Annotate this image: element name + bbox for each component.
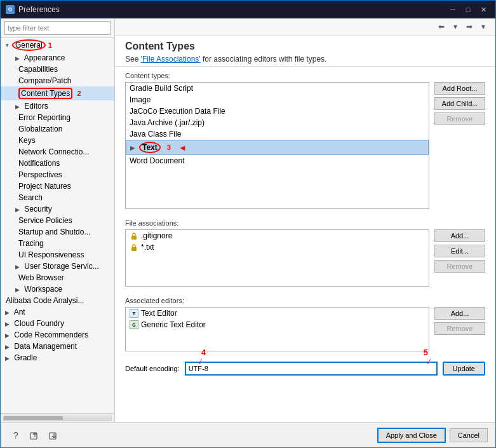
sidebar-item-keys[interactable]: Keys: [1, 135, 114, 146]
window-controls: ─ □ ✕: [446, 4, 490, 15]
sidebar-item-alibaba[interactable]: Alibaba Code Analysi...: [1, 295, 114, 306]
list-item-text-editor[interactable]: T Text Editor: [126, 308, 429, 319]
expand-arrow-security: ▶: [13, 206, 21, 214]
content-header: Content Types See 'File Associations' fo…: [115, 36, 495, 67]
expand-icon-general: ▾: [3, 41, 11, 49]
add-child-button[interactable]: Add Child...: [434, 97, 485, 110]
file-assoc-buttons: Add... Edit... Remove: [434, 229, 485, 292]
list-item-gitignore[interactable]: .gitignore: [126, 230, 429, 241]
window-icon: ⚙: [6, 5, 15, 14]
file-assoc-add-button[interactable]: Add...: [434, 229, 485, 242]
sidebar-item-network-connections[interactable]: Network Connectio...: [1, 146, 114, 158]
title-bar: ⚙ Preferences ─ □ ✕: [1, 1, 495, 18]
sidebar-item-security[interactable]: ▶ Security: [1, 203, 114, 215]
apply-close-button[interactable]: Apply and Close: [377, 428, 446, 443]
desc-text: See: [125, 55, 141, 64]
assoc-editors-list[interactable]: T Text Editor G Generic Text Editor: [125, 307, 429, 351]
sidebar-item-code-recommenders[interactable]: ▶ Code Recommenders: [1, 329, 114, 341]
list-item-word[interactable]: Word Document: [126, 155, 429, 166]
sidebar-item-project-natures[interactable]: Project Natures: [1, 180, 114, 192]
text-editor-icon: T: [130, 309, 138, 318]
update-button[interactable]: Update: [443, 362, 485, 376]
content-types-section-label: Content types:: [125, 72, 485, 79]
sidebar-item-capabilities[interactable]: Capabilities: [1, 64, 114, 75]
sidebar-item-globalization[interactable]: Globalization: [1, 123, 114, 135]
sidebar-hscroll-bar[interactable]: [1, 413, 114, 422]
cancel-button[interactable]: Cancel: [450, 428, 488, 442]
text-editor-label: Text Editor: [141, 309, 177, 318]
assoc-editors-row: T Text Editor G Generic Text Editor Add.…: [125, 307, 485, 356]
list-item-java-class[interactable]: Java Class File: [126, 128, 429, 140]
sidebar-item-content-types[interactable]: Content Types 2: [1, 86, 114, 100]
sidebar-item-cloud-foundry[interactable]: ▶ Cloud Foundry: [1, 318, 114, 329]
svg-rect-0: [131, 236, 137, 240]
sidebar-item-general[interactable]: ▾ General 1: [1, 38, 114, 52]
sidebar-item-web-browser[interactable]: Web Browser: [1, 272, 114, 283]
sidebar-item-data-management[interactable]: ▶ Data Management: [1, 341, 114, 352]
encoding-row: 4 ↓ Default encoding: 5 ↓ Update: [125, 362, 485, 376]
forward-dropdown[interactable]: ▾: [476, 20, 490, 34]
sidebar-item-compare-patch[interactable]: Compare/Patch: [1, 75, 114, 86]
back-dropdown[interactable]: ▾: [448, 20, 462, 34]
list-item-jacoco[interactable]: JaCoCo Execution Data File: [126, 105, 429, 117]
list-item-text[interactable]: ▶ Text 3 ◄: [126, 140, 429, 155]
sidebar-item-workspace[interactable]: ▶ Workspace: [1, 283, 114, 295]
assoc-editors-buttons: Add... Remove: [434, 307, 485, 356]
file-assoc-remove-button[interactable]: Remove: [434, 260, 485, 273]
file-assoc-edit-button[interactable]: Edit...: [434, 245, 485, 257]
tree-container[interactable]: ▾ General 1 ▶ Appearance Capabilities Co…: [1, 38, 114, 413]
sidebar-hscroll-thumb[interactable]: [4, 416, 63, 420]
encoding-input[interactable]: [185, 362, 438, 376]
sidebar-item-editors[interactable]: ▶ Editors: [1, 100, 114, 112]
forward-button[interactable]: ➡: [462, 20, 476, 34]
file-associations-link[interactable]: 'File Associations': [141, 55, 201, 64]
sidebar-hscroll-track[interactable]: [3, 416, 112, 421]
export-button[interactable]: [27, 428, 43, 443]
sidebar-item-ui-responsiveness[interactable]: UI Responsiveness: [1, 249, 114, 261]
sidebar-item-appearance[interactable]: ▶ Appearance: [1, 52, 114, 64]
list-item-image[interactable]: Image: [126, 94, 429, 105]
sidebar-item-notifications[interactable]: Notifications: [1, 158, 114, 169]
sidebar-item-gradle[interactable]: ▶ Gradle: [1, 352, 114, 363]
minimize-button[interactable]: ─: [446, 4, 460, 15]
content-area: ⬅ ▾ ➡ ▾ Content Types See 'File Associat…: [115, 18, 495, 422]
svg-rect-1: [131, 247, 137, 251]
import-button[interactable]: [46, 428, 62, 443]
list-item-gradle[interactable]: Gradle Build Script: [126, 83, 429, 94]
text-label: Text: [139, 142, 161, 153]
maximize-button[interactable]: □: [461, 4, 475, 15]
close-button[interactable]: ✕: [476, 4, 490, 15]
back-button[interactable]: ⬅: [434, 20, 448, 34]
content-title: Content Types: [125, 41, 485, 52]
file-assoc-list[interactable]: .gitignore *.txt: [125, 229, 429, 287]
assoc-editors-label: Associated editors:: [125, 297, 485, 304]
assoc-add-button[interactable]: Add...: [434, 307, 485, 320]
list-item-txt[interactable]: *.txt: [126, 241, 429, 253]
sidebar-item-tracing[interactable]: Tracing: [1, 238, 114, 249]
expand-arrow-editors: ▶: [13, 103, 21, 111]
content-body: Content types: Gradle Build Script Image…: [115, 67, 495, 422]
sidebar-item-user-storage[interactable]: ▶ User Storage Servic...: [1, 261, 114, 272]
sidebar-item-perspectives[interactable]: Perspectives: [1, 169, 114, 180]
text-expand-arrow: ▶: [130, 144, 135, 151]
generic-editor-icon: G: [130, 320, 138, 329]
assoc-remove-button[interactable]: Remove: [434, 322, 485, 335]
sidebar-item-startup-shutdown[interactable]: Startup and Shutdo...: [1, 226, 114, 238]
content-types-remove-button[interactable]: Remove: [434, 112, 485, 125]
sidebar-item-search[interactable]: Search: [1, 192, 114, 203]
gitignore-label: .gitignore: [141, 231, 172, 240]
add-root-button[interactable]: Add Root...: [434, 82, 485, 95]
expand-arrow-data-management: ▶: [3, 343, 11, 351]
content-types-list[interactable]: Gradle Build Script Image JaCoCo Executi…: [125, 82, 429, 209]
sidebar-item-error-reporting[interactable]: Error Reporting: [1, 112, 114, 123]
filter-input[interactable]: [4, 21, 111, 35]
desc-suffix: for associating editors with file types.: [201, 55, 327, 64]
expand-arrow-workspace: ▶: [13, 286, 21, 294]
help-button[interactable]: ?: [8, 428, 23, 443]
lock-icon-txt: [130, 243, 138, 252]
list-item-java-archive[interactable]: Java Archive (.jar/.zip): [126, 117, 429, 128]
sidebar-item-ant[interactable]: ▶ Ant: [1, 306, 114, 318]
sidebar-item-service-policies[interactable]: Service Policies: [1, 215, 114, 226]
annotation-5-label: 5: [424, 348, 428, 357]
list-item-generic-editor[interactable]: G Generic Text Editor: [126, 319, 429, 330]
